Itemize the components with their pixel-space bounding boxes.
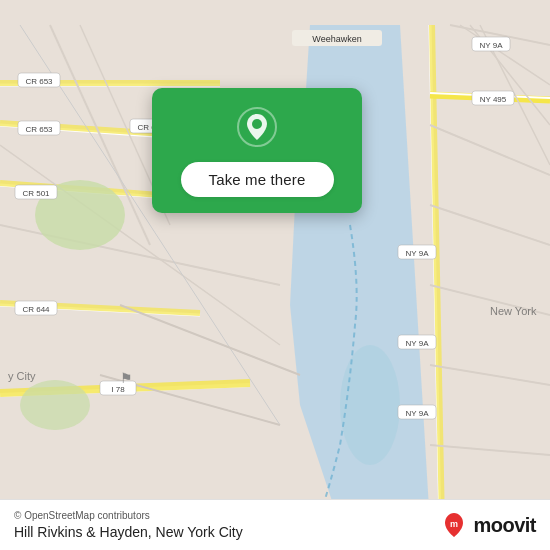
svg-point-63 — [252, 119, 262, 129]
osm-attribution: © OpenStreetMap contributors — [14, 510, 243, 521]
moovit-logo: m moovit — [440, 511, 536, 539]
svg-text:I 78: I 78 — [111, 385, 125, 394]
moovit-brand-text: moovit — [473, 514, 536, 537]
svg-text:New York: New York — [490, 305, 537, 317]
svg-text:NY 9A: NY 9A — [406, 339, 430, 348]
bottom-bar: © OpenStreetMap contributors Hill Rivkin… — [0, 499, 550, 550]
svg-text:y City: y City — [8, 370, 36, 382]
svg-text:Weehawken: Weehawken — [312, 34, 361, 44]
map-container: Weehawken CR 653 CR 681 CR 653 CR 501 CR… — [0, 0, 550, 550]
svg-text:CR 653: CR 653 — [25, 77, 53, 86]
svg-text:CR 644: CR 644 — [22, 305, 50, 314]
bottom-left-info: © OpenStreetMap contributors Hill Rivkin… — [14, 510, 243, 540]
svg-text:m: m — [450, 519, 458, 529]
location-pin-icon — [236, 106, 278, 152]
svg-text:NY 495: NY 495 — [480, 95, 507, 104]
map-background: Weehawken CR 653 CR 681 CR 653 CR 501 CR… — [0, 0, 550, 550]
popup-card: Take me there — [152, 88, 362, 213]
svg-text:NY 9A: NY 9A — [406, 409, 430, 418]
location-name: Hill Rivkins & Hayden, New York City — [14, 524, 243, 540]
svg-point-25 — [20, 380, 90, 430]
svg-text:CR 653: CR 653 — [25, 125, 53, 134]
svg-text:NY 9A: NY 9A — [406, 249, 430, 258]
svg-text:CR 501: CR 501 — [22, 189, 50, 198]
svg-text:NY 9A: NY 9A — [480, 41, 504, 50]
take-me-there-button[interactable]: Take me there — [181, 162, 334, 197]
moovit-icon: m — [440, 511, 468, 539]
svg-point-2 — [340, 345, 400, 465]
svg-text:⚑: ⚑ — [120, 370, 133, 386]
